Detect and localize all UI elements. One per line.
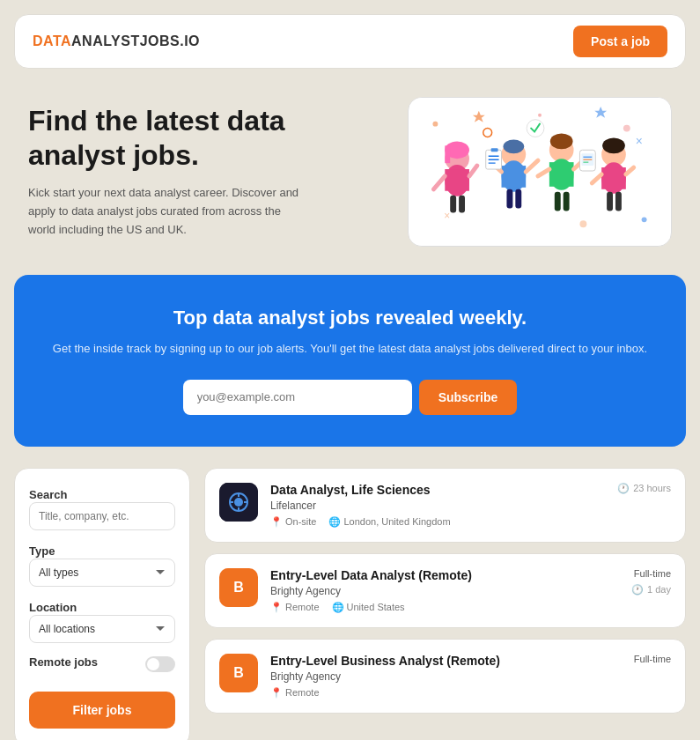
svg-point-3 [538, 114, 542, 117]
location-pin-icon: 📍 [270, 516, 283, 528]
svg-rect-17 [502, 166, 527, 188]
banner-description: Get the inside track by signing up to ou… [35, 340, 665, 359]
company-name: Brighty Agency [270, 670, 622, 683]
svg-point-2 [642, 217, 647, 222]
svg-point-45 [579, 220, 586, 227]
email-input[interactable] [183, 380, 412, 415]
work-type: 📍 On-site [270, 516, 316, 528]
job-info: Data Analyst, Life Sciences Lifelancer 📍… [270, 483, 605, 528]
company-name: Brighty Agency [270, 585, 619, 597]
svg-rect-50 [515, 189, 521, 209]
post-job-button[interactable]: Post a job [573, 26, 667, 57]
job-meta: 📍 Remote [270, 687, 622, 699]
company-logo: B [219, 568, 258, 607]
svg-rect-28 [549, 162, 574, 187]
job-type-badge: Full-time [634, 568, 671, 579]
type-label: Type [29, 544, 55, 558]
remote-label: Remote jobs [29, 655, 98, 669]
time-ago: 🕐 23 hours [617, 483, 671, 494]
job-card[interactable]: B Entry-Level Data Analyst (Remote) Brig… [204, 553, 686, 628]
job-list: Data Analyst, Life Sciences Lifelancer 📍… [204, 468, 686, 740]
remote-toggle[interactable] [145, 656, 175, 672]
svg-rect-39 [601, 167, 626, 189]
job-title: Data Analyst, Life Sciences [270, 483, 605, 497]
company-logo [219, 483, 258, 522]
svg-rect-47 [450, 196, 456, 213]
svg-point-1 [432, 122, 438, 127]
subscribe-button[interactable]: Subscribe [419, 380, 518, 415]
bottom-section: Search Type All types Full-time Part-tim… [0, 468, 700, 740]
subscribe-form: Subscribe [35, 380, 665, 415]
svg-text:×: × [444, 210, 450, 222]
banner-title: Top data analyst jobs revealed weekly. [35, 307, 665, 329]
job-type-badge: Full-time [634, 654, 671, 664]
site-header: DATAANALYSTJOBS.IO Post a job [14, 14, 686, 69]
job-title: Entry-Level Business Analyst (Remote) [270, 654, 622, 668]
svg-rect-49 [506, 189, 512, 209]
clock-icon: 🕐 [631, 584, 644, 596]
email-banner: Top data analyst jobs revealed weekly. G… [14, 275, 686, 447]
logo-data-part: DATA [33, 33, 71, 48]
type-select[interactable]: All types Full-time Part-time Contract [29, 559, 175, 587]
hero-section: Find the latest data analyst jobs. Kick … [0, 69, 700, 268]
job-card[interactable]: Data Analyst, Life Sciences Lifelancer 📍… [204, 468, 686, 543]
svg-point-29 [550, 134, 573, 150]
svg-point-44 [483, 129, 492, 137]
job-meta: 📍 Remote 🌐 United States [270, 602, 619, 613]
hero-image: × × [408, 97, 672, 247]
filter-sidebar: Search Type All types Full-time Part-tim… [14, 468, 190, 740]
location: 🌐 United States [332, 602, 405, 613]
svg-rect-48 [459, 196, 465, 213]
job-meta: 📍 On-site 🌐 London, United Kingdom [270, 516, 605, 528]
search-input[interactable] [29, 502, 175, 530]
location-pin-icon: 📍 [270, 602, 283, 613]
company-name: Lifelancer [270, 500, 605, 512]
search-label: Search [29, 488, 67, 501]
job-card[interactable]: B Entry-Level Business Analyst (Remote) … [204, 639, 686, 714]
company-logo: B [219, 654, 258, 692]
clock-icon: 🕐 [617, 483, 630, 494]
job-right: 🕐 23 hours [617, 483, 671, 494]
svg-point-40 [602, 137, 625, 153]
location-select[interactable]: All locations United States United Kingd… [29, 615, 175, 643]
svg-point-57 [234, 498, 243, 507]
work-type: 📍 Remote [270, 602, 320, 613]
svg-rect-52 [564, 192, 570, 211]
filter-jobs-button[interactable]: Filter jobs [29, 692, 175, 729]
svg-rect-53 [607, 192, 613, 211]
hero-title: Find the latest data analyst jobs. [28, 104, 387, 172]
job-right: Full-time 🕐 1 day [631, 568, 671, 596]
time-ago: 🕐 1 day [631, 584, 671, 596]
remote-jobs-row: Remote jobs [29, 655, 175, 674]
location: 🌐 London, United Kingdom [328, 516, 450, 528]
site-logo: DATAANALYSTJOBS.IO [33, 33, 200, 49]
svg-rect-12 [445, 145, 450, 163]
svg-point-18 [503, 139, 524, 153]
job-title: Entry-Level Data Analyst (Remote) [270, 568, 619, 582]
svg-rect-54 [615, 192, 622, 211]
globe-icon: 🌐 [328, 516, 341, 528]
location-pin-icon: 📍 [270, 687, 283, 699]
svg-rect-10 [445, 169, 469, 191]
svg-point-43 [527, 120, 544, 137]
job-info: Entry-Level Business Analyst (Remote) Br… [270, 654, 622, 699]
svg-rect-25 [491, 148, 498, 152]
work-type: 📍 Remote [270, 687, 320, 699]
logo-rest-part: ANALYSTJOBS.IO [71, 33, 200, 48]
location-label: Location [29, 601, 77, 614]
svg-text:×: × [636, 134, 643, 148]
hero-text: Find the latest data analyst jobs. Kick … [28, 104, 387, 239]
svg-point-46 [623, 125, 630, 132]
job-info: Entry-Level Data Analyst (Remote) Bright… [270, 568, 619, 613]
hero-description: Kick start your next data analyst career… [28, 184, 310, 239]
svg-rect-51 [555, 192, 561, 211]
globe-icon: 🌐 [332, 602, 344, 613]
job-right: Full-time [634, 654, 671, 664]
